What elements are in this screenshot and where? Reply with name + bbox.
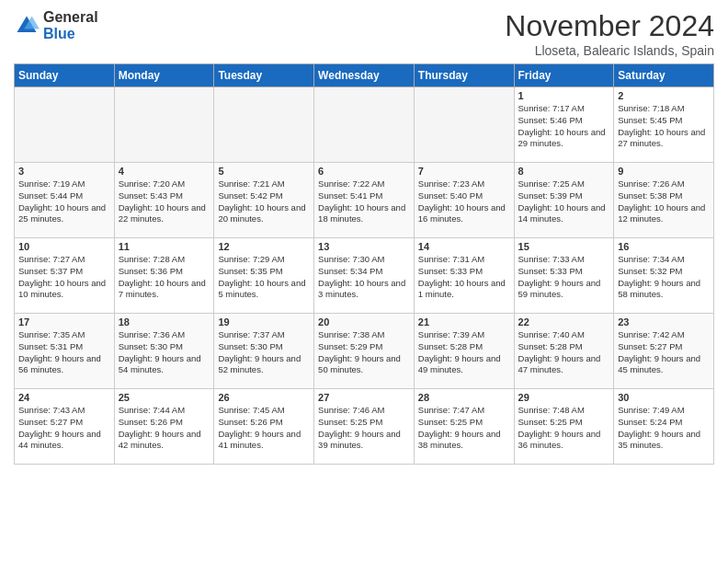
day-info: Sunrise: 7:22 AM Sunset: 5:41 PM Dayligh… [318,178,410,225]
day-info: Sunrise: 7:33 AM Sunset: 5:33 PM Dayligh… [518,254,610,301]
day-number: 18 [119,316,210,327]
calendar-header-sunday: Sunday [15,64,115,87]
day-number: 26 [218,392,310,403]
day-info: Sunrise: 7:20 AM Sunset: 5:43 PM Dayligh… [119,178,210,225]
day-info: Sunrise: 7:43 AM Sunset: 5:27 PM Dayligh… [18,405,110,452]
calendar-cell: 21Sunrise: 7:39 AM Sunset: 5:28 PM Dayli… [414,314,514,389]
calendar-cell [314,87,415,163]
day-number: 21 [418,316,510,327]
day-number: 13 [318,241,410,252]
day-info: Sunrise: 7:30 AM Sunset: 5:34 PM Dayligh… [318,254,410,301]
day-info: Sunrise: 7:47 AM Sunset: 5:25 PM Dayligh… [418,405,510,452]
day-info: Sunrise: 7:35 AM Sunset: 5:31 PM Dayligh… [18,329,110,376]
calendar-cell: 12Sunrise: 7:29 AM Sunset: 5:35 PM Dayli… [214,238,314,314]
day-info: Sunrise: 7:31 AM Sunset: 5:33 PM Dayligh… [418,254,510,301]
day-number: 1 [518,90,610,101]
day-info: Sunrise: 7:37 AM Sunset: 5:30 PM Dayligh… [218,329,310,376]
calendar-cell: 20Sunrise: 7:38 AM Sunset: 5:29 PM Dayli… [314,314,415,389]
day-info: Sunrise: 7:27 AM Sunset: 5:37 PM Dayligh… [18,254,110,301]
page: General Blue November 2024 Lloseta, Bale… [0,0,728,563]
calendar-cell: 28Sunrise: 7:47 AM Sunset: 5:25 PM Dayli… [414,389,514,465]
day-info: Sunrise: 7:45 AM Sunset: 5:26 PM Dayligh… [218,405,310,452]
day-info: Sunrise: 7:23 AM Sunset: 5:40 PM Dayligh… [418,178,510,225]
calendar-cell: 6Sunrise: 7:22 AM Sunset: 5:41 PM Daylig… [314,163,415,238]
day-number: 11 [119,241,210,252]
week-row-3: 17Sunrise: 7:35 AM Sunset: 5:31 PM Dayli… [15,314,714,389]
calendar-cell: 3Sunrise: 7:19 AM Sunset: 5:44 PM Daylig… [15,163,115,238]
day-info: Sunrise: 7:40 AM Sunset: 5:28 PM Dayligh… [518,329,610,376]
day-number: 14 [418,241,510,252]
day-number: 16 [618,241,710,252]
calendar-cell: 18Sunrise: 7:36 AM Sunset: 5:30 PM Dayli… [114,314,214,389]
logo-blue: Blue [43,26,98,42]
day-info: Sunrise: 7:26 AM Sunset: 5:38 PM Dayligh… [618,178,710,225]
month-title: November 2024 [505,9,714,43]
calendar-cell [114,87,214,163]
day-info: Sunrise: 7:46 AM Sunset: 5:25 PM Dayligh… [318,405,410,452]
header: General Blue November 2024 Lloseta, Bale… [14,9,714,58]
day-number: 12 [218,241,310,252]
calendar-header-row: SundayMondayTuesdayWednesdayThursdayFrid… [15,64,714,87]
calendar-cell: 9Sunrise: 7:26 AM Sunset: 5:38 PM Daylig… [614,163,714,238]
calendar-cell: 2Sunrise: 7:18 AM Sunset: 5:45 PM Daylig… [614,87,714,163]
calendar-cell: 1Sunrise: 7:17 AM Sunset: 5:46 PM Daylig… [514,87,614,163]
day-number: 19 [218,316,310,327]
day-info: Sunrise: 7:21 AM Sunset: 5:42 PM Dayligh… [218,178,310,225]
calendar-cell: 30Sunrise: 7:49 AM Sunset: 5:24 PM Dayli… [614,389,714,465]
day-number: 22 [518,316,610,327]
day-number: 2 [618,90,710,101]
week-row-4: 24Sunrise: 7:43 AM Sunset: 5:27 PM Dayli… [15,389,714,465]
calendar-cell: 14Sunrise: 7:31 AM Sunset: 5:33 PM Dayli… [414,238,514,314]
calendar-body: 1Sunrise: 7:17 AM Sunset: 5:46 PM Daylig… [15,87,714,465]
day-number: 15 [518,241,610,252]
calendar-cell: 24Sunrise: 7:43 AM Sunset: 5:27 PM Dayli… [15,389,115,465]
calendar-cell: 15Sunrise: 7:33 AM Sunset: 5:33 PM Dayli… [514,238,614,314]
day-info: Sunrise: 7:48 AM Sunset: 5:25 PM Dayligh… [518,405,610,452]
day-number: 27 [318,392,410,403]
day-info: Sunrise: 7:19 AM Sunset: 5:44 PM Dayligh… [18,178,110,225]
day-info: Sunrise: 7:39 AM Sunset: 5:28 PM Dayligh… [418,329,510,376]
day-number: 3 [18,166,110,177]
day-number: 17 [18,316,110,327]
day-info: Sunrise: 7:25 AM Sunset: 5:39 PM Dayligh… [518,178,610,225]
calendar-cell: 25Sunrise: 7:44 AM Sunset: 5:26 PM Dayli… [114,389,214,465]
day-info: Sunrise: 7:36 AM Sunset: 5:30 PM Dayligh… [119,329,210,376]
day-info: Sunrise: 7:42 AM Sunset: 5:27 PM Dayligh… [618,329,710,376]
calendar-cell: 27Sunrise: 7:46 AM Sunset: 5:25 PM Dayli… [314,389,415,465]
day-info: Sunrise: 7:34 AM Sunset: 5:32 PM Dayligh… [618,254,710,301]
calendar-cell [15,87,115,163]
calendar-cell: 29Sunrise: 7:48 AM Sunset: 5:25 PM Dayli… [514,389,614,465]
calendar: SundayMondayTuesdayWednesdayThursdayFrid… [14,63,714,465]
calendar-header-friday: Friday [514,64,614,87]
day-number: 5 [218,166,310,177]
calendar-cell: 16Sunrise: 7:34 AM Sunset: 5:32 PM Dayli… [614,238,714,314]
calendar-cell: 13Sunrise: 7:30 AM Sunset: 5:34 PM Dayli… [314,238,415,314]
week-row-0: 1Sunrise: 7:17 AM Sunset: 5:46 PM Daylig… [15,87,714,163]
calendar-cell: 19Sunrise: 7:37 AM Sunset: 5:30 PM Dayli… [214,314,314,389]
calendar-cell: 7Sunrise: 7:23 AM Sunset: 5:40 PM Daylig… [414,163,514,238]
day-number: 8 [518,166,610,177]
day-info: Sunrise: 7:17 AM Sunset: 5:46 PM Dayligh… [518,103,610,150]
calendar-header-wednesday: Wednesday [314,64,415,87]
day-number: 29 [518,392,610,403]
calendar-cell: 8Sunrise: 7:25 AM Sunset: 5:39 PM Daylig… [514,163,614,238]
logo-icon [14,13,40,39]
location-title: Lloseta, Balearic Islands, Spain [505,43,714,58]
calendar-cell: 17Sunrise: 7:35 AM Sunset: 5:31 PM Dayli… [15,314,115,389]
logo: General Blue [14,9,98,41]
day-number: 28 [418,392,510,403]
day-number: 4 [119,166,210,177]
calendar-cell: 10Sunrise: 7:27 AM Sunset: 5:37 PM Dayli… [15,238,115,314]
calendar-cell [214,87,314,163]
day-number: 10 [18,241,110,252]
calendar-cell: 4Sunrise: 7:20 AM Sunset: 5:43 PM Daylig… [114,163,214,238]
day-number: 20 [318,316,410,327]
calendar-cell: 11Sunrise: 7:28 AM Sunset: 5:36 PM Dayli… [114,238,214,314]
calendar-cell: 26Sunrise: 7:45 AM Sunset: 5:26 PM Dayli… [214,389,314,465]
logo-text: General Blue [43,9,98,41]
day-number: 7 [418,166,510,177]
day-number: 6 [318,166,410,177]
day-number: 30 [618,392,710,403]
day-number: 23 [618,316,710,327]
calendar-header-thursday: Thursday [414,64,514,87]
